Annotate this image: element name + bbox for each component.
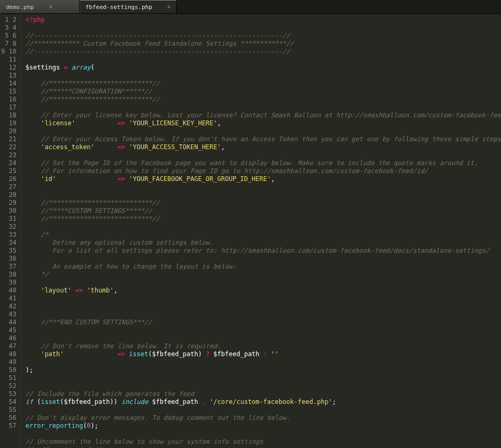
close-icon[interactable]: × [49,3,53,11]
code-line [25,24,501,32]
code-line: $settings = array( [25,64,501,72]
code-line [25,358,501,366]
code-line [25,295,501,303]
code-line [25,279,501,287]
code-line [25,374,501,382]
code-line: // Don't remove the line below. It is re… [25,342,501,350]
code-line [25,430,501,438]
code-line: /* [25,231,501,239]
code-line: // Enter your Access Token below. If you… [25,135,501,143]
tab-demo-php[interactable]: demo.php × [0,0,80,13]
code-line: //--------------------------------------… [25,32,501,40]
code-line: //***************************// [25,96,501,104]
code-line: //***END CUSTOM SETTINGS***// [25,318,501,326]
code-line: 'access_token' => 'YOUR_ACCESS_TOKEN_HER… [25,143,501,151]
code-line [25,191,501,199]
code-line [25,311,501,318]
tab-label: fbfeed-settings.php [85,4,152,11]
code-line: 'layout' => 'thumb', [25,287,501,295]
code-line: 'license' => 'YOUR_LICENSE_KEY_HERE', [25,119,501,127]
code-line [25,56,501,64]
code-line: An example of how to change the layout i… [25,263,501,271]
code-line: // Include the file which generates the … [25,390,501,398]
code-line: //***************************// [25,199,501,207]
code-line [25,183,501,191]
code-line: error_reporting(0); [25,422,501,430]
code-line: //***************************// [25,215,501,223]
code-line: //***************************// [25,80,501,88]
code-line: // Set the Page ID of the Facebook page … [25,159,501,167]
tab-label: demo.php [6,4,34,11]
code-line: // Uncommment the line below to show you… [25,438,501,446]
code-line [25,72,501,80]
tab-fbfeed-settings-php[interactable]: fbfeed-settings.php × [80,0,177,13]
code-line: */ [25,271,501,279]
code-line [25,151,501,159]
tab-bar: demo.php × fbfeed-settings.php × [0,0,501,14]
code-line: //--------------------------------------… [25,48,501,56]
code-line: //*****CUSTOM SETTINGS*****// [25,207,501,215]
code-line: //******CONFIGURATION******// [25,88,501,96]
code-line: 'id' => 'YOUR_FACEBOOK_PAGE_OR_GROUP_ID_… [25,175,501,183]
code-area[interactable]: <?php //--------------------------------… [21,14,501,448]
code-line: 'path' => isset($fbfeed_path) ? $fbfeed_… [25,350,501,358]
code-line [25,255,501,263]
code-line [25,326,501,334]
code-line [25,303,501,311]
code-line: // For information on how to find your P… [25,167,501,175]
editor-pane: 1 2 3 4 5 6 7 8 9 10 11 12 13 14 15 16 1… [0,14,501,448]
code-line: // Enter your license key below. Lost yo… [25,111,501,119]
code-line: // Don't display error messages. To debu… [25,414,501,422]
code-line: // cff_system_info(); [25,446,501,448]
code-line [25,223,501,231]
line-number-gutter: 1 2 3 4 5 6 7 8 9 10 11 12 13 14 15 16 1… [0,14,21,448]
close-icon[interactable]: × [167,3,171,11]
code-line [25,104,501,111]
code-line [25,334,501,342]
code-line [25,127,501,135]
code-line: Define any optional custom settings belo… [25,239,501,247]
code-line [25,382,501,390]
code-line: //************ Custom Facebook Feed Stan… [25,40,501,48]
code-line: if (isset($fbfeed_path)) include $fbfeed… [25,398,501,406]
code-line [25,406,501,414]
code-line: <?php [25,16,501,24]
code-line: For a list of all settings please refer … [25,247,501,255]
code-line: ); [25,366,501,374]
